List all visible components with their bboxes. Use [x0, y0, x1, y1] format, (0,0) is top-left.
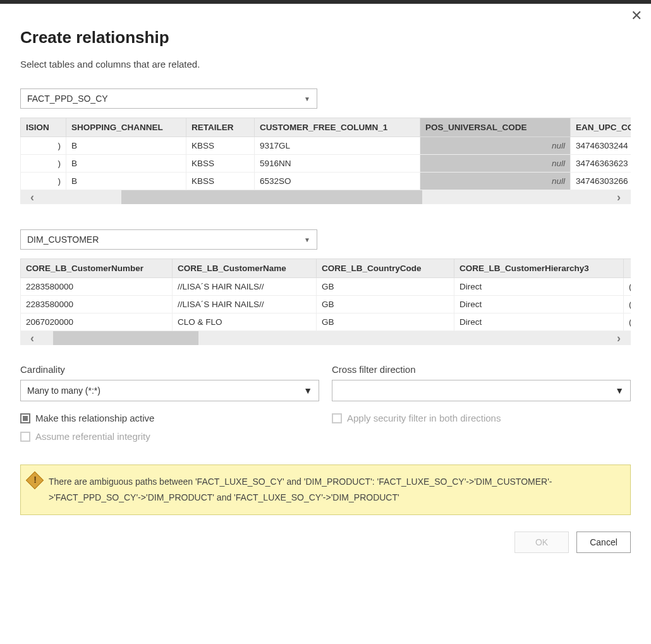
- table1-col-customer-free-column-1[interactable]: CUSTOMER_FREE_COLUMN_1: [255, 118, 420, 137]
- scroll-thumb[interactable]: [53, 331, 198, 345]
- table1-scrollbar[interactable]: ‹ ›: [20, 190, 631, 204]
- ok-button: OK: [514, 532, 569, 553]
- chevron-down-icon: ▼: [304, 236, 310, 243]
- chevron-left-icon[interactable]: ‹: [30, 191, 34, 203]
- table2-col-next[interactable]: [624, 259, 631, 278]
- create-relationship-dialog: Create relationship Select tables and co…: [0, 4, 651, 578]
- table2-col-customer-number[interactable]: CORE_LB_CustomerNumber: [21, 259, 173, 278]
- table1-preview: ISION SHOPPING_CHANNEL RETAILER CUSTOMER…: [20, 118, 631, 204]
- cardinality-value: Many to many (*:*): [27, 386, 100, 396]
- crossfilter-label: Cross filter direction: [332, 364, 631, 375]
- cardinality-label: Cardinality: [20, 364, 319, 375]
- relationship-options: Cardinality Many to many (*:*) ▼ Cross f…: [20, 364, 631, 401]
- table-row: 2283580000 //LISA´S HAIR NAILS// GB Dire…: [21, 278, 631, 296]
- crossfilter-select[interactable]: ▼: [332, 380, 631, 401]
- table2-col-customer-hierarchy3[interactable]: CORE_LB_CustomerHierarchy3: [454, 259, 624, 278]
- table-row: ) B KBSS 5916NN null 34746363623: [21, 155, 631, 173]
- dialog-title: Create relationship: [20, 28, 631, 47]
- relationship-flags: Make this relationship active Assume ref…: [20, 413, 631, 449]
- apply-security-checkbox: Apply security filter in both directions: [332, 413, 631, 423]
- table2-scrollbar[interactable]: ‹ ›: [20, 331, 631, 345]
- table2-header-row: CORE_LB_CustomerNumber CORE_LB_CustomerN…: [21, 259, 631, 278]
- chevron-down-icon: ▼: [303, 386, 312, 396]
- table1-col-ean-upc[interactable]: EAN_UPC_CO: [571, 118, 631, 137]
- warning-icon: !: [26, 471, 44, 489]
- table1-header-row: ISION SHOPPING_CHANNEL RETAILER CUSTOMER…: [21, 118, 631, 137]
- table-row: 2283580000 //LISA´S HAIR NAILS// GB Dire…: [21, 296, 631, 313]
- assume-referential-checkbox: Assume referential integrity: [20, 431, 319, 442]
- cardinality-select[interactable]: Many to many (*:*) ▼: [20, 380, 319, 401]
- table1-col-ision[interactable]: ISION: [21, 118, 66, 137]
- scroll-thumb[interactable]: [121, 190, 422, 204]
- table1-select[interactable]: FACT_PPD_SO_CY ▼: [20, 88, 317, 109]
- table-row: 2067020000 CLO & FLO GB Direct (: [21, 313, 631, 331]
- table2-col-customer-name[interactable]: CORE_LB_CustomerName: [173, 259, 317, 278]
- cancel-button[interactable]: Cancel: [576, 532, 631, 553]
- checkbox-icon: [332, 413, 342, 423]
- dialog-footer: OK Cancel: [20, 532, 631, 553]
- checkbox-icon: [20, 432, 30, 442]
- chevron-down-icon: ▼: [615, 386, 624, 396]
- warning-text: There are ambiguous paths between 'FACT_…: [49, 477, 552, 502]
- table2-col-country-code[interactable]: CORE_LB_CountryCode: [317, 259, 454, 278]
- table-row: ) B KBSS 6532SO null 34746303266: [21, 173, 631, 190]
- table-row: ) B KBSS 9317GL null 34746303244: [21, 137, 631, 155]
- dialog-subtitle: Select tables and columns that are relat…: [20, 59, 631, 70]
- table1-col-shopping-channel[interactable]: SHOPPING_CHANNEL: [66, 118, 186, 137]
- chevron-right-icon[interactable]: ›: [617, 332, 621, 344]
- table1-col-pos-universal-code[interactable]: POS_UNIVERSAL_CODE: [420, 118, 571, 137]
- chevron-right-icon[interactable]: ›: [617, 191, 621, 203]
- warning-banner: ! There are ambiguous paths between 'FAC…: [20, 465, 631, 515]
- table2-select-value: DIM_CUSTOMER: [27, 234, 99, 245]
- table1-select-value: FACT_PPD_SO_CY: [27, 94, 108, 104]
- chevron-down-icon: ▼: [304, 95, 310, 102]
- table1-col-retailer[interactable]: RETAILER: [186, 118, 255, 137]
- checkbox-icon: [20, 413, 30, 423]
- make-active-checkbox[interactable]: Make this relationship active: [20, 413, 319, 423]
- table2-select[interactable]: DIM_CUSTOMER ▼: [20, 229, 317, 250]
- table2-preview: CORE_LB_CustomerNumber CORE_LB_CustomerN…: [20, 258, 631, 345]
- chevron-left-icon[interactable]: ‹: [30, 332, 34, 344]
